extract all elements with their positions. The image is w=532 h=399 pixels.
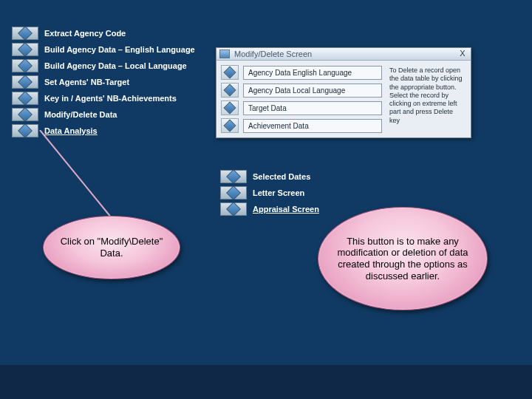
- callout-description: This button is to make any modification …: [318, 207, 488, 310]
- diamond-icon: [221, 83, 239, 98]
- dialog-titlebar: Modify/Delete Screen X: [216, 48, 471, 61]
- menu-item-modify-delete-data[interactable]: Modify/Delete Data: [12, 108, 195, 121]
- menu-item-letter-screen[interactable]: Letter Screen: [220, 186, 319, 200]
- menu-item-build-agency-english[interactable]: Build Agency Data – English Language: [12, 43, 195, 56]
- window-icon: [219, 50, 230, 58]
- menu-item-label: Set Agents' NB-Target: [44, 78, 129, 86]
- center-secondary-menu: Selected Dates Letter Screen Appraisal S…: [220, 170, 319, 216]
- svg-line-0: [40, 130, 118, 226]
- diamond-icon: [221, 118, 239, 133]
- diamond-icon: [12, 59, 38, 72]
- diamond-icon: [220, 170, 247, 183]
- menu-item-label: Letter Screen: [253, 188, 304, 197]
- option-label: Achievement Data: [243, 119, 382, 133]
- diamond-icon: [220, 186, 247, 200]
- menu-item-label: Build Agency Data – English Language: [44, 45, 195, 54]
- menu-item-label: Appraisal Screen: [253, 205, 319, 214]
- diamond-icon: [12, 108, 38, 121]
- callout-click-modify-delete: Click on "Modify\Delete" Data.: [43, 216, 180, 279]
- menu-item-set-agents-target[interactable]: Set Agents' NB-Target: [12, 75, 195, 89]
- menu-item-extract-agency-code[interactable]: Extract Agency Code: [12, 27, 195, 40]
- menu-item-label: Build Agency Data – Local Language: [44, 61, 187, 70]
- diamond-icon: [12, 75, 38, 89]
- option-agency-english[interactable]: Agency Data English Language: [221, 65, 382, 80]
- option-agency-local[interactable]: Agency Data Local Language: [221, 83, 382, 98]
- footer-bar: [0, 365, 532, 399]
- menu-item-label: Modify/Delete Data: [44, 110, 117, 119]
- menu-item-selected-dates[interactable]: Selected Dates: [220, 170, 319, 183]
- menu-item-label: Key in / Agents' NB-Achievements: [44, 94, 177, 103]
- diamond-icon: [221, 100, 239, 115]
- menu-item-key-in-achievements[interactable]: Key in / Agents' NB-Achievements: [12, 92, 195, 105]
- option-target-data[interactable]: Target Data: [221, 100, 382, 115]
- modify-delete-dialog: Modify/Delete Screen X Agency Data Engli…: [216, 47, 471, 138]
- diamond-icon: [12, 92, 38, 105]
- callout-text: This button is to make any modification …: [332, 236, 474, 282]
- left-main-menu: Extract Agency Code Build Agency Data – …: [12, 27, 195, 137]
- dialog-option-list: Agency Data English Language Agency Data…: [221, 65, 382, 133]
- menu-item-label: Data Analysis: [44, 126, 98, 135]
- close-button[interactable]: X: [457, 50, 468, 58]
- dialog-help-text: To Delete a record open the data table b…: [388, 65, 466, 133]
- diamond-icon: [220, 202, 247, 216]
- option-label: Target Data: [243, 101, 382, 115]
- callout-text: Click on "Modify\Delete" Data.: [57, 236, 166, 259]
- menu-item-build-agency-local[interactable]: Build Agency Data – Local Language: [12, 59, 195, 72]
- option-label: Agency Data English Language: [243, 66, 382, 80]
- diamond-icon: [12, 124, 38, 137]
- diamond-icon: [12, 43, 38, 56]
- option-label: Agency Data Local Language: [243, 83, 382, 98]
- menu-item-label: Selected Dates: [253, 172, 310, 181]
- menu-item-appraisal-screen[interactable]: Appraisal Screen: [220, 202, 319, 216]
- menu-item-data-analysis[interactable]: Data Analysis: [12, 124, 195, 137]
- diamond-icon: [12, 27, 38, 40]
- dialog-body: Agency Data English Language Agency Data…: [216, 61, 471, 137]
- dialog-title-text: Modify/Delete Screen: [234, 50, 457, 58]
- diamond-icon: [221, 65, 239, 80]
- menu-item-label: Extract Agency Code: [44, 29, 126, 38]
- option-achievement-data[interactable]: Achievement Data: [221, 118, 382, 133]
